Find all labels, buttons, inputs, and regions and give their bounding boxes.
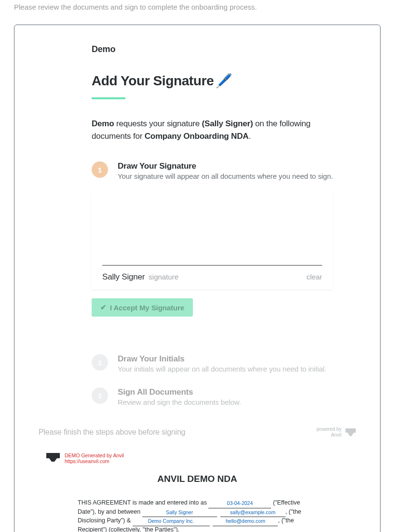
step-3-row: 3 Sign All Documents Review and sign the… <box>92 387 341 406</box>
org-name: Demo <box>92 44 341 54</box>
clear-signature-link[interactable]: clear <box>306 273 322 281</box>
accept-button-label: I Accept My Signature <box>110 304 184 312</box>
doc-gen-line2: https://useanvil.com <box>65 458 124 464</box>
signature-pad[interactable] <box>102 200 322 266</box>
intro-signer: (Sally Signer) <box>202 119 253 128</box>
top-instruction: Please review the documents and sign to … <box>0 0 395 11</box>
svg-marker-1 <box>348 433 354 436</box>
step-2-badge: 2 <box>92 354 108 371</box>
check-icon: ✔ <box>100 303 107 312</box>
doc-name1: Sally Signer <box>166 509 193 515</box>
svg-rect-0 <box>345 428 355 433</box>
intro-t1: requests your signature <box>114 119 202 128</box>
anvil-logo-icon <box>345 428 356 436</box>
accept-signature-button[interactable]: ✔ I Accept My Signature <box>92 298 193 317</box>
step-1-title: Draw Your Signature <box>118 161 333 171</box>
intro-packet: Company Onboarding NDA <box>145 132 249 141</box>
step-1-sub: Your signature will appear on all docume… <box>118 172 333 180</box>
step-3-title: Sign All Documents <box>118 387 241 397</box>
step-3-badge: 3 <box>92 387 108 404</box>
doc-t1: THIS AGREEMENT is made and entered into … <box>78 499 208 506</box>
step-2-row: 2 Draw Your Initials Your initials will … <box>92 354 341 373</box>
signature-label: signature <box>149 273 178 281</box>
doc-email2: hello@demo.com <box>226 518 265 524</box>
powered-by-line1: powered by <box>316 426 341 432</box>
doc-name2: Demo Company Inc. <box>148 518 194 524</box>
signature-signer-name: Sally Signer <box>102 272 145 282</box>
intro-paragraph: Demo requests your signature (Sally Sign… <box>92 118 323 142</box>
finish-text: Please finish the steps above before sig… <box>39 428 185 437</box>
svg-marker-3 <box>49 458 57 462</box>
doc-date: 03-04-2024 <box>227 500 253 506</box>
signature-box: Sally Signer signature clear <box>92 192 333 290</box>
document-preview: DEMO Generated by Anvil https://useanvil… <box>39 448 356 532</box>
doc-email1: sally@example.com <box>230 509 275 515</box>
step-2-sub: Your initials will appear on all documen… <box>118 365 327 373</box>
doc-title: ANVIL DEMO NDA <box>46 474 348 484</box>
pen-icon: 🖊️ <box>216 73 232 89</box>
powered-by-line2: Anvil <box>316 432 341 438</box>
doc-body: THIS AGREEMENT is made and entered into … <box>46 499 348 532</box>
intro-requester: Demo <box>92 119 114 128</box>
anvil-logo-doc-icon <box>46 453 60 462</box>
step-1-row: 1 Draw Your Signature Your signature wil… <box>92 161 341 180</box>
step-2-title: Draw Your Initials <box>118 354 327 364</box>
powered-by: powered by Anvil <box>316 426 356 438</box>
main-card: Demo Add Your Signature 🖊️ Demo requests… <box>14 25 381 532</box>
intro-end: . <box>248 132 251 141</box>
step-3-sub: Review and sign the documents below. <box>118 398 241 406</box>
heading-text: Add Your Signature <box>92 73 214 89</box>
step-1-badge: 1 <box>92 161 108 178</box>
svg-rect-2 <box>46 453 60 458</box>
doc-gen-line1: DEMO Generated by Anvil <box>65 452 124 458</box>
finish-bar: Please finish the steps above before sig… <box>39 426 356 438</box>
page-heading: Add Your Signature 🖊️ <box>92 73 341 89</box>
heading-underline <box>92 97 125 99</box>
